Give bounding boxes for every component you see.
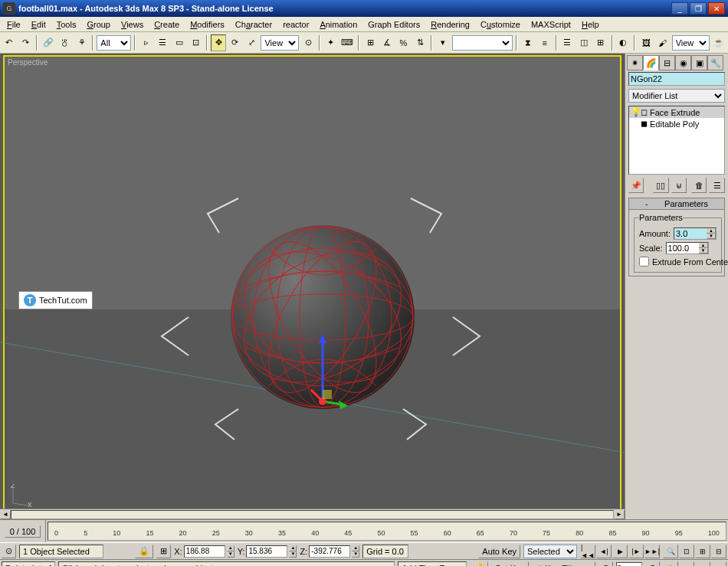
show-result-button[interactable]: ▯▯ [653, 178, 668, 193]
material-editor-button[interactable]: ◐ [616, 34, 631, 51]
menu-views[interactable]: Views [116, 18, 149, 31]
snap-button[interactable]: ⊞ [362, 34, 378, 51]
window-crossing-button[interactable]: ⊡ [189, 34, 204, 51]
scale-down[interactable]: ▼ [699, 248, 708, 254]
render-last-button[interactable]: ☕ [711, 34, 726, 51]
x-input[interactable] [184, 545, 225, 558]
amount-up[interactable]: ▲ [707, 228, 716, 234]
time-tag-field[interactable]: Add Time Tag [398, 561, 467, 567]
zoom-extents-all-button[interactable]: ⊟ [711, 545, 726, 558]
y-input[interactable] [246, 545, 287, 558]
modifier-stack[interactable]: 💡 ◻ Face Extrude ◼ Editable Poly [628, 106, 725, 175]
menu-grapheditors[interactable]: Graph Editors [362, 18, 425, 31]
prev-frame-button[interactable]: ◄| [596, 545, 612, 558]
script-field[interactable]: PainterInterf [2, 561, 55, 567]
time-config-button[interactable]: ⊙ [598, 561, 613, 567]
close-button[interactable]: ✕ [708, 2, 725, 15]
amount-input[interactable] [674, 228, 707, 239]
viewport-label[interactable]: Perspective [8, 58, 48, 67]
keyboard-button[interactable]: ⌨ [340, 34, 356, 51]
menu-animation[interactable]: Animation [314, 18, 362, 31]
link-button[interactable]: 🔗 [41, 34, 56, 51]
key-icon[interactable]: 🔑 [470, 561, 488, 567]
rollout-header[interactable]: - Parameters [629, 198, 724, 210]
scale-up[interactable]: ▲ [699, 243, 708, 248]
tab-display[interactable]: ▣ [691, 55, 707, 70]
pin-stack-button[interactable]: 📌 [628, 178, 644, 193]
use-center-button[interactable]: ⊙ [300, 34, 316, 51]
menu-create[interactable]: Create [149, 18, 185, 31]
layers-button[interactable]: ☰ [560, 34, 576, 51]
menu-tools[interactable]: Tools [51, 18, 82, 31]
object-name-field[interactable] [628, 72, 725, 86]
stack-item-editable-poly[interactable]: ◼ Editable Poly [629, 118, 724, 129]
autokey-button[interactable]: Auto Key [478, 545, 520, 558]
remove-modifier-button[interactable]: 🗑 [691, 178, 707, 193]
menu-maxscript[interactable]: MAXScript [526, 18, 576, 31]
menu-edit[interactable]: Edit [26, 18, 51, 31]
redo-button[interactable]: ↷ [18, 34, 34, 51]
menu-file[interactable]: File [2, 18, 26, 31]
menu-group[interactable]: Group [81, 18, 116, 31]
goto-end-button[interactable]: ►►| [644, 545, 660, 558]
frame-indicator[interactable]: 0 / 100 [0, 520, 46, 542]
menu-character[interactable]: Character [230, 18, 277, 31]
scroll-left-button[interactable]: ◄ [0, 510, 11, 519]
listener-toggle[interactable]: ⊙ [2, 545, 16, 558]
keyfilters-button[interactable]: ✓ Key Filters... [532, 561, 595, 567]
move-gizmo[interactable] [303, 332, 349, 409]
quick-render-button[interactable]: 🖌 [655, 34, 671, 51]
spinner-snap-button[interactable]: ⇅ [412, 34, 428, 51]
tab-create[interactable]: ✷ [627, 55, 643, 70]
angle-snap-button[interactable]: ∡ [379, 34, 395, 51]
select-name-button[interactable]: ☰ [155, 34, 170, 51]
scroll-right-button[interactable]: ► [614, 510, 625, 519]
menu-help[interactable]: Help [576, 18, 605, 31]
key-mode-select[interactable]: Selected [523, 545, 577, 558]
z-input[interactable] [309, 545, 350, 558]
lightbulb-icon[interactable]: 💡 [631, 107, 638, 117]
pan-button[interactable]: ✋ [663, 561, 678, 567]
move-button[interactable]: ✥ [211, 34, 226, 51]
manipulate-button[interactable]: ✦ [323, 34, 339, 51]
scale-button[interactable]: ⤢ [244, 34, 260, 51]
unlink-button[interactable]: ⛣ [57, 34, 73, 51]
extrude-center-checkbox[interactable] [639, 257, 649, 267]
tab-utilities[interactable]: 🔧 [707, 55, 723, 70]
select-region-button[interactable]: ▭ [172, 34, 187, 51]
modifier-list[interactable]: Modifier List [628, 89, 725, 103]
arc-rotate-button[interactable]: ◉ [679, 561, 694, 567]
fov-button[interactable]: ◿ [695, 561, 710, 567]
zoom-extents-button[interactable]: ⊞ [695, 545, 710, 558]
percent-snap-button[interactable]: % [396, 34, 412, 51]
play-button[interactable]: ▶ [612, 545, 628, 558]
rotate-button[interactable]: ⟳ [228, 34, 243, 51]
transform-type-button[interactable]: ⊞ [156, 545, 171, 558]
hscrollbar[interactable] [11, 510, 614, 519]
expand-icon[interactable]: ◼ [641, 119, 648, 129]
menu-modifiers[interactable]: Modifiers [185, 18, 230, 31]
goto-start-button[interactable]: |◄◄ [580, 545, 595, 558]
scale-input[interactable] [667, 243, 699, 254]
select-button[interactable]: ▹ [139, 34, 154, 51]
next-frame-button[interactable]: |► [628, 545, 644, 558]
named-selection[interactable] [452, 35, 513, 51]
lock-selection-button[interactable]: 🔒 [135, 545, 153, 558]
unique-button[interactable]: ⊌ [671, 178, 687, 193]
stack-item-face-extrude[interactable]: 💡 ◻ Face Extrude [629, 106, 724, 118]
setkey-button[interactable]: Set Key [491, 561, 529, 567]
scale-spinner[interactable]: ▲▼ [666, 242, 709, 254]
expand-icon[interactable]: ◻ [641, 107, 648, 117]
selection-filter[interactable]: All [97, 35, 130, 51]
render-type[interactable]: View [672, 35, 710, 51]
ref-coord-system[interactable]: View [261, 35, 299, 51]
restore-button[interactable]: ❐ [690, 2, 707, 15]
bind-button[interactable]: ⚘ [74, 34, 90, 51]
amount-down[interactable]: ▼ [707, 234, 716, 239]
curve-editor-button[interactable]: ◫ [576, 34, 592, 51]
current-frame-input[interactable] [616, 562, 642, 567]
mirror-button[interactable]: ⧗ [520, 34, 536, 51]
align-button[interactable]: ≡ [537, 34, 553, 51]
undo-button[interactable]: ↶ [2, 34, 17, 51]
viewport-area[interactable]: T TechTut.com zx Perspective ◄ ► [0, 54, 625, 519]
